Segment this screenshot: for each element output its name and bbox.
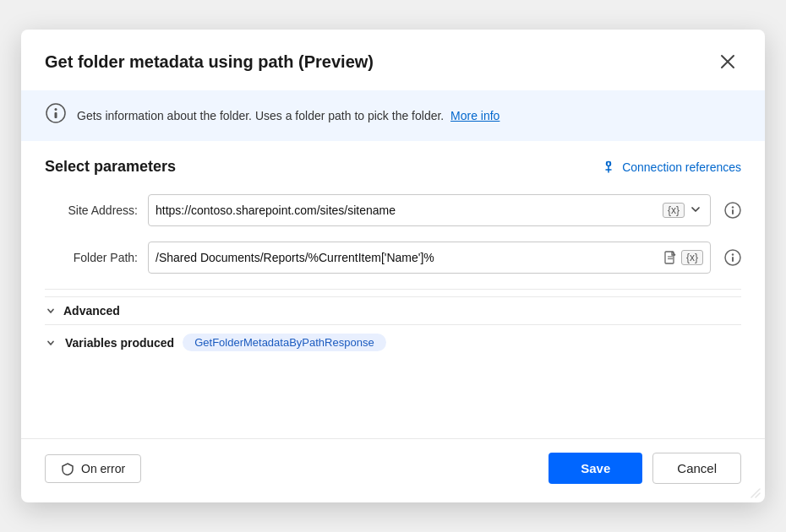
site-address-input[interactable] (156, 204, 663, 217)
svg-point-1 (55, 108, 57, 111)
resize-handle[interactable] (750, 487, 761, 499)
connection-references-label: Connection references (622, 160, 741, 174)
section-title: Select parameters (45, 158, 176, 176)
file-icon (663, 250, 678, 265)
more-info-link[interactable]: More info (450, 109, 499, 122)
site-address-row: Site Address: {x} (45, 194, 741, 226)
dialog-footer: On error Save Cancel (21, 438, 765, 502)
close-button[interactable] (714, 48, 741, 75)
svg-rect-17 (732, 257, 734, 262)
variables-label: Variables produced (65, 336, 174, 350)
divider-1 (45, 289, 741, 290)
svg-rect-11 (732, 209, 734, 214)
advanced-chevron-icon (45, 305, 57, 317)
info-banner-icon (45, 102, 67, 129)
svg-point-16 (732, 253, 734, 255)
site-address-info-button[interactable] (724, 202, 741, 219)
section-header: Select parameters Connection references (45, 158, 741, 176)
folder-path-label: Folder Path: (45, 251, 138, 264)
folder-path-controls: {x} (663, 250, 703, 265)
svg-rect-2 (55, 112, 57, 118)
site-address-chevron[interactable] (688, 204, 703, 218)
site-address-input-wrap: {x} (148, 194, 711, 226)
info-banner-text: Gets information about the folder. Uses … (77, 109, 499, 122)
connection-references-button[interactable]: Connection references (601, 160, 741, 175)
fx-badge-site: {x} (663, 203, 685, 218)
variables-chevron-icon (45, 337, 57, 349)
fx-badge-folder: {x} (681, 250, 703, 265)
dialog-header: Get folder metadata using path (Preview) (21, 30, 765, 90)
svg-point-10 (732, 206, 734, 208)
dialog-body: Select parameters Connection references … (21, 141, 765, 432)
dialog-title: Get folder metadata using path (Preview) (45, 52, 374, 72)
info-banner: Gets information about the folder. Uses … (21, 90, 765, 141)
save-button[interactable]: Save (549, 453, 642, 484)
on-error-button[interactable]: On error (45, 454, 141, 483)
variable-badge: GetFolderMetadataByPathResponse (183, 334, 385, 351)
on-error-label: On error (81, 462, 125, 475)
plug-icon (601, 160, 616, 175)
variables-section: Variables produced GetFolderMetadataByPa… (45, 324, 741, 360)
advanced-label: Advanced (63, 304, 120, 318)
dialog: Get folder metadata using path (Preview)… (21, 30, 765, 502)
site-address-label: Site Address: (45, 204, 138, 217)
shield-icon (61, 462, 74, 475)
folder-path-input-wrap: {x} (148, 242, 711, 274)
folder-path-row: Folder Path: {x} (45, 242, 741, 274)
site-address-controls: {x} (663, 203, 703, 218)
footer-actions: Save Cancel (549, 453, 741, 484)
cancel-button[interactable]: Cancel (652, 453, 741, 484)
folder-path-input[interactable] (156, 251, 663, 264)
advanced-section[interactable]: Advanced (45, 296, 741, 324)
folder-path-info-button[interactable] (724, 249, 741, 266)
close-icon (720, 54, 735, 69)
